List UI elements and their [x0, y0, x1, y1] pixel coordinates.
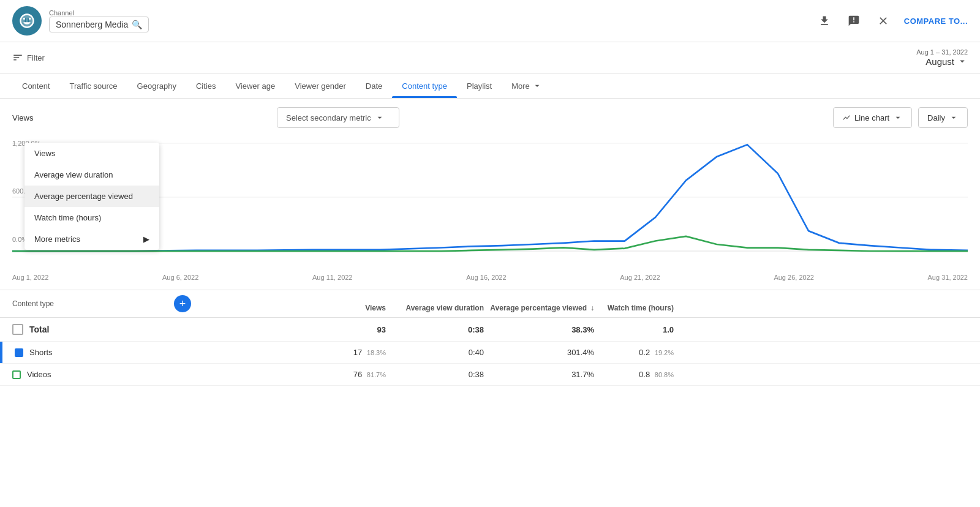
header: Channel Sonnenberg Media 🔍 COMPARE TO...: [0, 0, 980, 42]
nav-tabs: Content Traffic source Geography Cities …: [0, 73, 980, 99]
total-avg-pct-viewed: 38.3%: [484, 325, 594, 334]
filter-label: Filter: [27, 53, 45, 62]
table-row-videos: Videos 76 81.7% 0:38 31.7% 0.8 80.8%: [0, 364, 980, 386]
dropdown-item-views[interactable]: Views: [24, 143, 159, 164]
period-label: Daily: [927, 113, 945, 122]
compare-to-button[interactable]: COMPARE TO...: [904, 17, 968, 26]
add-column-button[interactable]: +: [174, 295, 191, 312]
primary-metric-label: Views: [12, 108, 61, 127]
dropdown-item-avg-view-duration[interactable]: Average view duration: [24, 164, 159, 186]
row-label-shorts: Shorts: [29, 348, 53, 357]
metric-dropdown-menu: Views Average view duration Average perc…: [24, 143, 159, 250]
tab-playlist[interactable]: Playlist: [457, 74, 502, 98]
tab-geography[interactable]: Geography: [127, 74, 186, 98]
videos-avg-pct-viewed: 31.7%: [484, 370, 594, 379]
chart-toolbar: Views Views Average view duration Averag…: [0, 99, 980, 137]
shorts-avg-pct-viewed: 301.4%: [484, 348, 594, 357]
col-header-watch-time[interactable]: Watch time (hours): [594, 304, 674, 312]
svg-point-1: [29, 18, 31, 20]
chart-type-button[interactable]: Line chart: [833, 107, 912, 128]
close-button[interactable]: [875, 12, 892, 29]
shorts-avg-view-dur: 0:40: [386, 348, 484, 357]
search-icon: 🔍: [132, 20, 142, 29]
tab-content-type[interactable]: Content type: [392, 74, 457, 98]
row-label-total: Total: [29, 325, 49, 334]
secondary-metric-dropdown[interactable]: Select secondary metric: [277, 107, 399, 128]
checkbox-total[interactable]: [12, 324, 23, 335]
secondary-metric-placeholder: Select secondary metric: [286, 113, 371, 122]
channel-name: Sonnenberg Media: [56, 20, 128, 29]
dropdown-item-watch-time[interactable]: Watch time (hours): [24, 207, 159, 228]
shorts-watch-time: 0.2 19.2%: [594, 348, 674, 357]
period-label: August: [925, 56, 954, 67]
data-table: Content type + Views Average view durati…: [0, 290, 980, 386]
alert-button[interactable]: [845, 12, 862, 29]
header-right: COMPARE TO...: [816, 12, 968, 29]
dropdown-item-avg-pct-viewed[interactable]: Average percentage viewed: [24, 186, 159, 207]
row-label-videos: Videos: [27, 370, 51, 379]
period-button[interactable]: Daily: [918, 107, 968, 128]
table-row-shorts: Shorts 17 18.3% 0:40 301.4% 0.2 19.2%: [0, 342, 980, 364]
logo: [12, 6, 42, 36]
videos-avg-view-dur: 0:38: [386, 370, 484, 379]
col-header-avg-pct-viewed[interactable]: Average percentage viewed ↓: [484, 304, 594, 312]
total-watch-time: 1.0: [594, 325, 674, 334]
x-axis: Aug 1, 2022 Aug 6, 2022 Aug 11, 2022 Aug…: [0, 271, 980, 284]
table-header: Content type + Views Average view durati…: [0, 290, 980, 318]
chevron-down-icon: [532, 81, 542, 91]
tab-content[interactable]: Content: [12, 74, 60, 98]
logo-icon: [18, 12, 36, 29]
tab-traffic-source[interactable]: Traffic source: [60, 74, 127, 98]
chevron-down-icon: [893, 113, 903, 122]
download-button[interactable]: [816, 12, 833, 29]
tab-more[interactable]: More: [502, 73, 552, 98]
main-content: Views Views Average view duration Averag…: [0, 99, 980, 386]
svg-point-0: [23, 18, 26, 20]
channel-info: Channel Sonnenberg Media 🔍: [49, 9, 149, 32]
channel-selector[interactable]: Sonnenberg Media 🔍: [49, 17, 149, 32]
date-range-label: Aug 1 – 31, 2022: [916, 48, 968, 56]
table-row-total: Total 93 0:38 38.3% 1.0: [0, 318, 980, 342]
chart-type-label: Line chart: [854, 113, 889, 122]
x-label-5: Aug 26, 2022: [774, 274, 813, 281]
videos-views: 76 81.7%: [306, 370, 386, 379]
col-header-avg-view-duration[interactable]: Average view duration: [386, 304, 484, 312]
tab-viewer-gender[interactable]: Viewer gender: [285, 74, 356, 98]
dropdown-item-more-metrics[interactable]: More metrics ▶: [24, 228, 159, 250]
content-type-cell-shorts: Shorts: [12, 348, 306, 357]
tab-date[interactable]: Date: [356, 74, 392, 98]
videos-watch-time: 0.8 80.8%: [594, 370, 674, 379]
tab-cities[interactable]: Cities: [186, 74, 226, 98]
toolbar-right: Line chart Daily: [833, 107, 968, 128]
chevron-down-icon: [375, 113, 385, 122]
shorts-indicator: [0, 342, 2, 363]
x-label-0: Aug 1, 2022: [12, 274, 48, 281]
period-selector[interactable]: August: [925, 56, 968, 67]
filter-button[interactable]: Filter: [12, 52, 45, 63]
date-range-selector[interactable]: Aug 1 – 31, 2022 August: [916, 48, 968, 67]
checkbox-shorts[interactable]: [15, 348, 23, 357]
content-type-cell-total: Total: [12, 324, 306, 335]
total-avg-view-dur: 0:38: [386, 325, 484, 334]
chevron-down-icon: [949, 113, 959, 122]
x-label-4: Aug 21, 2022: [620, 274, 660, 281]
tab-viewer-age[interactable]: Viewer age: [225, 74, 285, 98]
filter-icon: [12, 52, 23, 63]
x-label-6: Aug 31, 2022: [928, 274, 968, 281]
x-label-1: Aug 6, 2022: [162, 274, 198, 281]
col-header-views[interactable]: Views: [306, 304, 386, 312]
channel-label: Channel: [49, 9, 149, 17]
filter-bar: Filter Aug 1 – 31, 2022 August: [0, 42, 980, 73]
total-views: 93: [306, 325, 386, 334]
chevron-down-icon: [957, 56, 968, 67]
checkbox-videos[interactable]: [12, 370, 21, 379]
line-chart-icon: [842, 113, 851, 122]
chevron-right-icon: ▶: [143, 235, 149, 244]
shorts-views: 17 18.3%: [306, 348, 386, 357]
x-label-2: Aug 11, 2022: [312, 274, 352, 281]
col-header-content-type: Content type +: [12, 295, 306, 312]
content-type-cell-videos: Videos: [12, 370, 306, 379]
x-label-3: Aug 16, 2022: [466, 274, 506, 281]
